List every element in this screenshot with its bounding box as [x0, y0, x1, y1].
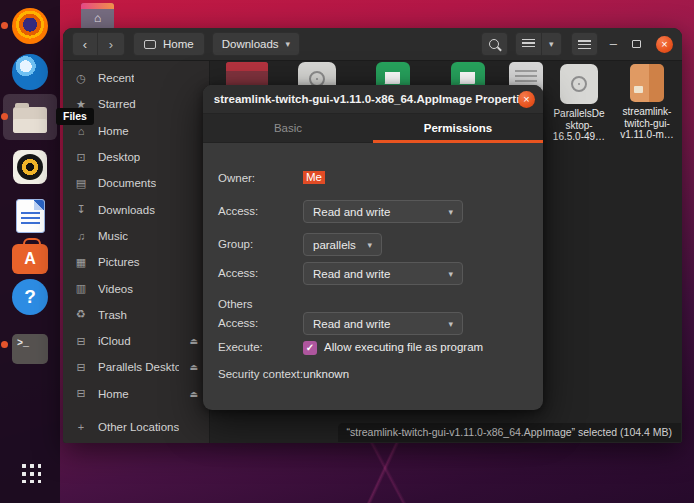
group-access-dropdown[interactable]: Read and write ▾ — [303, 262, 463, 285]
forward-button[interactable]: › — [98, 32, 125, 56]
terminal-icon: >_ — [12, 334, 48, 364]
properties-dialog: streamlink-twitch-gui-v1.11.0-x86_64.App… — [203, 85, 543, 410]
dock: A ? >_ — [0, 0, 60, 503]
sidebar-item-label: Parallels Desktop 16 — [98, 361, 179, 373]
hamburger-menu-button[interactable] — [571, 32, 598, 56]
app-grid-icon — [19, 461, 41, 483]
software-a-glyph: A — [24, 250, 36, 268]
sidebar-item-label: Home — [98, 388, 129, 400]
help-question-glyph: ? — [24, 286, 36, 308]
sidebar-item-recent[interactable]: ◷Recent — [63, 65, 209, 91]
folder-accent-stripe — [81, 3, 114, 9]
dock-item-ubuntu-software[interactable]: A — [11, 237, 49, 275]
group-label: Group: — [218, 238, 253, 250]
back-icon: ‹ — [83, 37, 87, 52]
file-label: streamlink- twitch-gui- v1.11.0-m… — [620, 106, 674, 141]
drive-icon: ⊟ — [74, 335, 88, 348]
sidebar-item-parallels-desktop-16[interactable]: ⊟Parallels Desktop 16⏏ — [63, 354, 209, 380]
eject-icon[interactable]: ⏏ — [189, 362, 198, 372]
appimage-package-icon — [630, 64, 664, 102]
home-icon: ⌂ — [81, 11, 114, 25]
eject-icon[interactable]: ⏏ — [189, 389, 198, 399]
files-notification-dot — [1, 113, 8, 120]
dock-item-thunderbird[interactable] — [11, 53, 49, 91]
sidebar-item-label: Documents — [98, 177, 156, 189]
video-icon: ▥ — [74, 282, 88, 295]
desktop-home-folder-icon[interactable]: ⌂ — [81, 3, 114, 30]
dock-item-rhythmbox[interactable] — [11, 148, 49, 186]
chevron-down-icon: ▾ — [286, 39, 291, 49]
forward-icon: › — [109, 37, 113, 52]
pathbar-home-label: Home — [163, 38, 194, 50]
back-button[interactable]: ‹ — [72, 32, 98, 56]
sidebar-item-other-locations[interactable]: +Other Locations — [63, 414, 209, 440]
sidebar-item-icloud[interactable]: ⊟iCloud⏏ — [63, 328, 209, 354]
selection-status-text: “streamlink-twitch-gui-v1.11.0-x86_64.Ap… — [347, 426, 672, 438]
sidebar-item-label: Trash — [98, 309, 127, 321]
window-headerbar: ‹ › Home Downloads ▾ ▾ – × — [63, 28, 682, 61]
file-label: ParallelsDe sktop- 16.5.0-49… — [553, 108, 605, 143]
owner-value: Me — [303, 171, 325, 184]
eject-icon[interactable]: ⏏ — [189, 336, 198, 346]
files-icon — [13, 107, 47, 133]
dock-item-terminal[interactable]: >_ — [11, 330, 49, 368]
sidebar-item-label: Home — [98, 125, 129, 137]
tab-basic[interactable]: Basic — [203, 114, 373, 142]
sidebar-item-label: Other Locations — [98, 421, 179, 433]
dialog-close-button[interactable]: × — [518, 91, 535, 108]
execute-checkbox[interactable]: ✓ — [303, 341, 317, 355]
sidebar-item-home-mount[interactable]: ⊟Home⏏ — [63, 381, 209, 407]
chevron-down-icon: ▾ — [448, 269, 453, 279]
minimize-button[interactable]: – — [610, 39, 617, 49]
pathbar-downloads-label: Downloads — [222, 38, 279, 50]
file-item-parallels-desktop[interactable]: ParallelsDe sktop- 16.5.0-49… — [546, 64, 612, 143]
home-icon: ⌂ — [74, 125, 88, 137]
clock-icon: ◷ — [74, 72, 88, 85]
others-access-dropdown[interactable]: Read and write ▾ — [303, 312, 463, 335]
others-heading: Others — [218, 298, 253, 310]
firefox-icon — [12, 8, 48, 44]
drive-icon: ⊟ — [74, 361, 88, 374]
tab-permissions[interactable]: Permissions — [373, 114, 543, 142]
dialog-tabs: Basic Permissions — [203, 114, 543, 143]
music-note-icon: ♫ — [74, 230, 88, 242]
maximize-button[interactable] — [632, 40, 641, 48]
pathbar-home-button[interactable]: Home — [133, 32, 205, 56]
sidebar-item-label: Downloads — [98, 204, 155, 216]
sidebar-item-label: Recent — [98, 72, 134, 84]
sidebar-item-music[interactable]: ♫Music — [63, 223, 209, 249]
dialog-titlebar: streamlink-twitch-gui-v1.11.0-x86_64.App… — [203, 85, 543, 114]
dock-item-files[interactable] — [11, 99, 49, 137]
security-context-value: unknown — [303, 368, 349, 380]
show-applications-button[interactable] — [11, 453, 49, 491]
sidebar-item-label: iCloud — [98, 335, 131, 347]
sidebar-item-trash[interactable]: ♻Trash — [63, 302, 209, 328]
terminal-notification-dot — [1, 341, 8, 348]
window-close-button[interactable]: × — [656, 36, 673, 53]
list-view-button[interactable] — [515, 32, 542, 56]
others-access-label: Access: — [218, 317, 258, 329]
group-dropdown[interactable]: parallels ▾ — [303, 233, 382, 256]
download-icon: ↧ — [74, 203, 88, 216]
sidebar-item-label: Pictures — [98, 256, 140, 268]
owner-access-dropdown[interactable]: Read and write ▾ — [303, 200, 463, 223]
pathbar-downloads-button[interactable]: Downloads ▾ — [212, 32, 300, 56]
view-options-button[interactable]: ▾ — [542, 32, 562, 56]
dock-item-help[interactable]: ? — [11, 278, 49, 316]
file-item-streamlink-appimage[interactable]: streamlink- twitch-gui- v1.11.0-m… — [614, 64, 680, 141]
sidebar-item-label: Desktop — [98, 151, 140, 163]
chevron-down-icon: ▾ — [448, 319, 453, 329]
sidebar-item-pictures[interactable]: ▦Pictures — [63, 249, 209, 275]
dock-item-firefox[interactable] — [11, 7, 49, 45]
chevron-down-icon: ▾ — [549, 39, 554, 49]
search-button[interactable] — [481, 32, 508, 56]
sidebar-item-label: Starred — [98, 98, 136, 110]
sidebar-item-downloads[interactable]: ↧Downloads — [63, 196, 209, 222]
dock-item-libreoffice-writer[interactable] — [11, 197, 49, 235]
sidebar-item-videos[interactable]: ▥Videos — [63, 275, 209, 301]
sidebar-item-documents[interactable]: ▤Documents — [63, 170, 209, 196]
execute-checkbox-label: Allow executing file as program — [324, 341, 483, 353]
sidebar-item-desktop[interactable]: ⊡Desktop — [63, 144, 209, 170]
sidebar-item-label: Music — [98, 230, 128, 242]
others-access-value: Read and write — [313, 318, 390, 330]
